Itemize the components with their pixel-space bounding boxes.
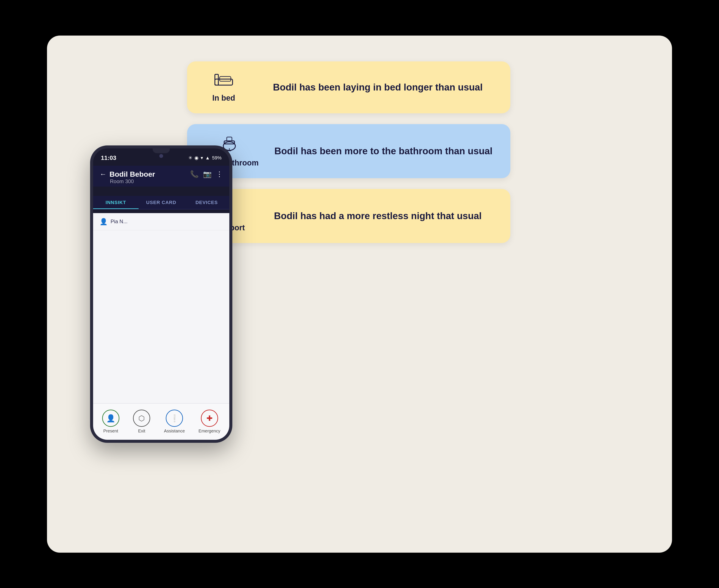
bluetooth-icon: ✳: [188, 155, 192, 161]
insight-text: Pia N...: [110, 218, 128, 225]
person-icon: 👤: [100, 218, 107, 225]
status-bar: 11:03 ✳ ◉ ▾ ▲ 59%: [93, 151, 229, 164]
assist-label: Assistance: [164, 428, 185, 434]
present-label: Present: [103, 428, 118, 434]
card-nattrapport-message: Bodil has had a more restless night that…: [258, 210, 497, 222]
nav-emergency[interactable]: ✚ Emergency: [199, 410, 220, 434]
bottom-nav: 👤 Present ⬡ Exit ❕ Assistance ✚: [93, 403, 229, 440]
room-label: Room 300: [110, 178, 223, 185]
exit-label: Exit: [138, 428, 145, 434]
svg-rect-0: [215, 79, 232, 85]
wifi-icon: ▾: [201, 155, 203, 161]
emergency-icon-circle: ✚: [201, 410, 218, 427]
status-icons: ✳ ◉ ▾ ▲ 59%: [188, 155, 222, 161]
phone-camera: [159, 154, 163, 158]
tab-innsikt[interactable]: INNSIKT: [93, 196, 139, 209]
emergency-label: Emergency: [199, 428, 220, 434]
card-bathroom-message: Bodil has been more to the bathroom than…: [269, 145, 497, 157]
emergency-icon: ✚: [206, 414, 212, 422]
card-in-bed-label: In bed: [212, 93, 235, 103]
tab-user-card[interactable]: USER CARD: [139, 196, 184, 209]
card-in-bed-message: Bodil has been laying in bed longer than…: [258, 81, 497, 93]
tab-bar: INNSIKT USER CARD DEVICES: [93, 196, 229, 209]
present-icon-circle: 👤: [102, 410, 119, 427]
assist-icon: ❕: [170, 414, 179, 422]
back-button[interactable]: ←: [100, 170, 106, 178]
header-icons: 📞 📷 ⋮: [190, 170, 223, 178]
outer-background: 11:03 ✳ ◉ ▾ ▲ 59% ← Bodil Beboer 📞 📷 ⋮: [47, 36, 672, 553]
nav-present[interactable]: 👤 Present: [102, 410, 119, 434]
signal-icon: ▲: [205, 155, 210, 161]
tab-devices[interactable]: DEVICES: [184, 196, 229, 209]
video-icon[interactable]: 📷: [203, 170, 212, 178]
phone-device: 11:03 ✳ ◉ ▾ ▲ 59% ← Bodil Beboer 📞 📷 ⋮: [90, 145, 232, 443]
cards-area: In bed Bodil has been laying in bed long…: [187, 61, 510, 243]
battery-icon: 59%: [212, 155, 222, 161]
exit-icon: ⬡: [138, 414, 145, 422]
card-bathroom: In the bathroom Bodil has been more to t…: [187, 124, 510, 178]
app-header: ← Bodil Beboer 📞 📷 ⋮ Room 300: [93, 166, 229, 187]
exit-icon-circle: ⬡: [133, 410, 150, 427]
phone-notch: [152, 148, 170, 153]
location-icon: ◉: [194, 155, 199, 161]
present-icon: 👤: [106, 414, 115, 422]
card-in-bed: In bed Bodil has been laying in bed long…: [187, 61, 510, 113]
insight-row: 👤 Pia N...: [93, 213, 229, 230]
nav-assistance[interactable]: ❕ Assistance: [164, 410, 185, 434]
card-nattrapport: Nattrapport Bodil has had a more restles…: [187, 189, 510, 243]
screen-content: 👤 Pia N...: [93, 213, 229, 403]
bed-icon: [214, 72, 233, 90]
phone-icon[interactable]: 📞: [190, 170, 199, 178]
svg-rect-5: [227, 137, 232, 141]
card-in-bed-left: In bed: [200, 72, 247, 103]
more-icon[interactable]: ⋮: [216, 170, 223, 178]
status-time: 11:03: [101, 154, 116, 161]
assist-icon-circle: ❕: [166, 410, 183, 427]
nav-exit[interactable]: ⬡ Exit: [133, 410, 150, 434]
user-name: Bodil Beboer: [109, 170, 155, 178]
